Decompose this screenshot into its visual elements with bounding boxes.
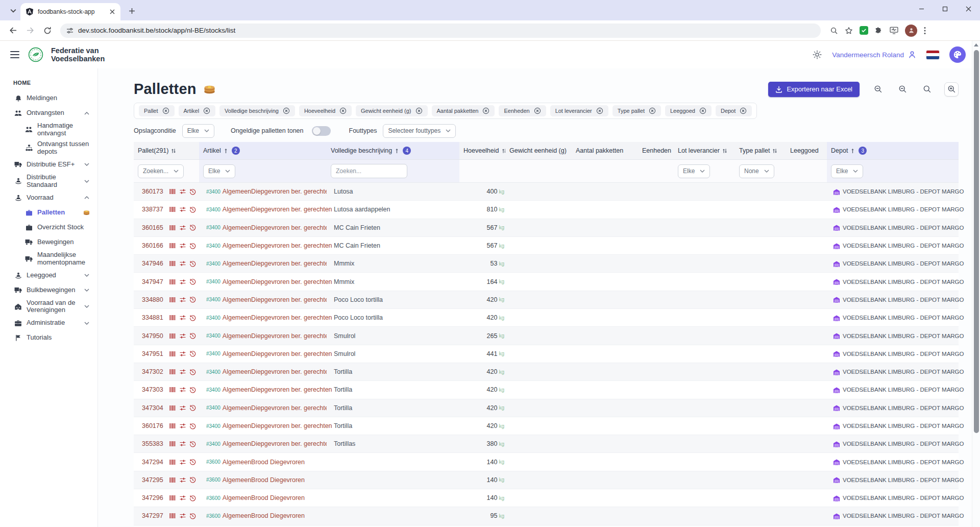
filter-chip-gewicht-eenheid-g-[interactable]: Gewicht eenheid (g) xyxy=(356,105,427,116)
table-row[interactable]: 347304#3400AlgemeenDiepgevroren ber. ger… xyxy=(134,399,959,417)
barcode-icon[interactable] xyxy=(169,225,176,231)
barcode-icon[interactable] xyxy=(169,513,176,519)
app-avatar-palette[interactable] xyxy=(949,46,966,63)
sidebar-item-maandelijkse-momentopname[interactable]: Maandelijkse momentopname xyxy=(0,250,97,268)
export-excel-button[interactable]: Exporteren naar Excel xyxy=(768,82,860,97)
table-row[interactable]: 338737#3400AlgemeenDiepgevroren ber. ger… xyxy=(134,201,959,219)
history-icon[interactable] xyxy=(189,332,196,339)
history-icon[interactable] xyxy=(189,296,196,303)
history-icon[interactable] xyxy=(189,476,196,483)
sidebar-item-voorraad[interactable]: Voorraad xyxy=(0,190,97,205)
barcode-icon[interactable] xyxy=(169,369,176,375)
table-row[interactable]: 360173#3400AlgemeenDiepgevroren ber. ger… xyxy=(134,183,959,201)
new-tab-button[interactable] xyxy=(125,4,139,18)
sidebar-item-tutorials[interactable]: Tutorials xyxy=(0,330,97,345)
bookmark-star-icon[interactable] xyxy=(845,27,853,35)
details-tune-icon[interactable] xyxy=(179,297,186,303)
remove-filter-icon[interactable] xyxy=(740,107,747,114)
remove-filter-icon[interactable] xyxy=(283,107,290,114)
column-header-aantal-pakketten[interactable]: Aantal pakketten xyxy=(572,142,638,159)
history-icon[interactable] xyxy=(189,441,196,447)
barcode-icon[interactable] xyxy=(169,279,176,285)
table-row[interactable]: 347294#3600AlgemeenBrood Diegevroren140k… xyxy=(134,453,959,471)
table-row[interactable]: 355383#3400AlgemeenDiepgevroren ber. ger… xyxy=(134,435,959,453)
history-icon[interactable] xyxy=(189,350,196,357)
remove-filter-icon[interactable] xyxy=(596,107,603,114)
language-flag-netherlands[interactable] xyxy=(926,51,939,59)
zoom-in-icon[interactable] xyxy=(944,82,959,97)
sidebar-item-handmatige-ontvangst[interactable]: Handmatige ontvangst xyxy=(0,121,97,139)
history-icon[interactable] xyxy=(189,188,196,195)
sidebar-item-administratie[interactable]: Administratie xyxy=(0,316,97,330)
table-row[interactable]: 360166#3400AlgemeenDiepgevroren ber. ger… xyxy=(134,237,959,255)
filter-chip-volledige-beschrijving[interactable]: Volledige beschrijving xyxy=(219,105,295,116)
table-row[interactable]: 360165#3400AlgemeenDiepgevroren ber. ger… xyxy=(134,219,959,237)
barcode-icon[interactable] xyxy=(169,260,176,267)
details-tune-icon[interactable] xyxy=(179,387,186,393)
details-tune-icon[interactable] xyxy=(179,423,186,429)
table-row[interactable]: 347295#3600AlgemeenBrood Diegevroren140k… xyxy=(134,471,959,489)
storage-condition-select[interactable]: Elke xyxy=(182,124,214,138)
browser-tab[interactable]: foodbanks-stock-app xyxy=(20,3,120,20)
reload-button[interactable] xyxy=(40,23,55,38)
table-row[interactable]: 347946#3400AlgemeenDiepgevroren ber. ger… xyxy=(134,255,959,273)
adblock-check-icon[interactable] xyxy=(860,26,868,35)
site-settings-icon[interactable] xyxy=(66,27,74,34)
table-row[interactable]: 347947#3400AlgemeenDiepgevroren ber. ger… xyxy=(134,273,959,291)
column-header-eenheden[interactable]: Eenheden xyxy=(638,142,674,159)
remove-filter-icon[interactable] xyxy=(203,107,210,114)
sidebar-item-ontvangsten[interactable]: Ontvangsten xyxy=(0,106,97,121)
history-icon[interactable] xyxy=(189,369,196,375)
tab-close-icon[interactable] xyxy=(108,8,116,16)
filter-chip-type-pallet[interactable]: Type pallet xyxy=(612,105,661,116)
details-tune-icon[interactable] xyxy=(179,441,186,447)
details-tune-icon[interactable] xyxy=(179,369,186,375)
scrollbar-thumb[interactable] xyxy=(974,50,979,433)
sidebar-item-bewegingen[interactable]: Bewegingen xyxy=(0,235,97,250)
minimize-button[interactable] xyxy=(910,0,933,17)
filter-chip-lot-leverancier[interactable]: Lot leverancier xyxy=(550,105,608,116)
page-scrollbar[interactable] xyxy=(972,41,980,527)
column-header-artikel[interactable]: Artikel2 xyxy=(199,142,327,159)
errortypes-select[interactable]: Selecteer fouttypes xyxy=(383,124,456,138)
sidebar-item-meldingen[interactable]: Meldingen xyxy=(0,91,97,106)
address-bar[interactable]: dev.stock.foodbanksit.be/stock/app/nl-BE… xyxy=(60,23,821,38)
history-icon[interactable] xyxy=(189,260,196,267)
table-row[interactable]: 347302#3400AlgemeenDiepgevroren ber. ger… xyxy=(134,363,959,381)
forward-button[interactable] xyxy=(22,23,38,38)
sidebar-item-voorraad-van-de-verenigingen[interactable]: Voorraad van de Verenigingen xyxy=(0,298,97,316)
details-tune-icon[interactable] xyxy=(179,206,186,212)
user-name[interactable]: Vandermeersch Roland xyxy=(832,51,904,59)
column-header-gewicht-eenheid-g-[interactable]: Gewicht eenheid (g) xyxy=(505,142,572,159)
details-tune-icon[interactable] xyxy=(179,188,186,195)
browser-menu-icon[interactable] xyxy=(924,27,926,35)
barcode-icon[interactable] xyxy=(169,459,176,465)
scroll-up-icon[interactable] xyxy=(972,41,980,49)
barcode-icon[interactable] xyxy=(169,297,176,303)
sidebar-item-ontvangst-tussen-depots[interactable]: Ontvangst tussen depots xyxy=(0,139,97,157)
search-tabs-icon[interactable] xyxy=(830,27,838,35)
barcode-icon[interactable] xyxy=(169,477,176,483)
barcode-icon[interactable] xyxy=(169,405,176,411)
column-header-depot[interactable]: Depot3 xyxy=(827,142,959,159)
sidebar-item-palletten[interactable]: Palletten xyxy=(0,205,97,220)
history-icon[interactable] xyxy=(189,278,196,285)
barcode-icon[interactable] xyxy=(169,315,176,321)
details-tune-icon[interactable] xyxy=(179,513,186,519)
details-tune-icon[interactable] xyxy=(179,333,186,339)
browser-profile-avatar[interactable] xyxy=(905,25,917,37)
barcode-icon[interactable] xyxy=(169,423,176,429)
extensions-puzzle-icon[interactable] xyxy=(875,27,883,35)
history-icon[interactable] xyxy=(189,387,196,393)
column-header-leeggoed[interactable]: Leeggoed xyxy=(786,142,827,159)
table-row[interactable]: 347297#3600AlgemeenBrood Diegevroren95kg… xyxy=(134,507,959,525)
details-tune-icon[interactable] xyxy=(179,279,186,285)
theme-sun-icon[interactable] xyxy=(813,50,822,59)
history-icon[interactable] xyxy=(189,423,196,429)
remove-filter-icon[interactable] xyxy=(482,107,489,114)
remove-filter-icon[interactable] xyxy=(534,107,541,114)
filter-chip-leeggoed[interactable]: Leeggoed xyxy=(665,105,712,116)
performance-monitor-icon[interactable] xyxy=(890,27,898,34)
filter-select-8[interactable]: None xyxy=(739,164,774,178)
details-tune-icon[interactable] xyxy=(179,405,186,411)
